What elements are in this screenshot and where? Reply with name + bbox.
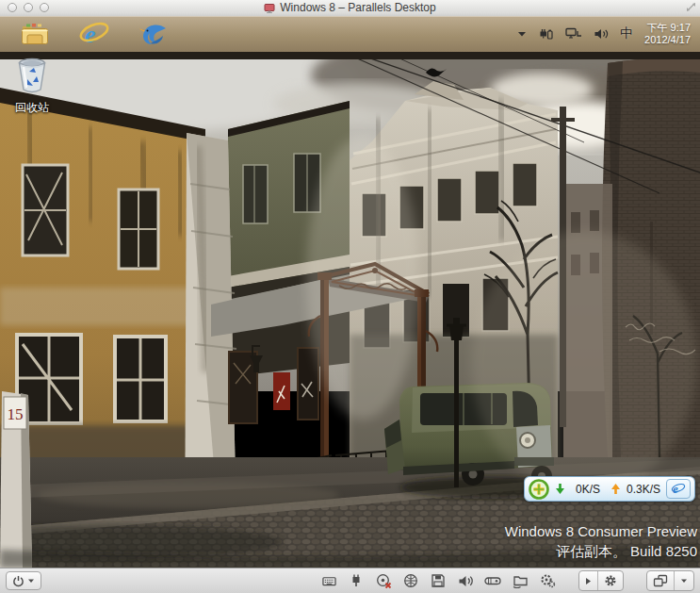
tray-time: 下午 9:17 — [644, 22, 691, 34]
traffic-lights — [8, 3, 49, 12]
taskbar-file-explorer-icon[interactable] — [19, 19, 51, 49]
window-title: Windows 8 – Parallels Desktop — [280, 0, 435, 16]
thunderbird-icon — [138, 21, 170, 47]
shared-applications-status-icon[interactable] — [539, 572, 556, 589]
power-tray-icon[interactable] — [538, 27, 554, 41]
watermark-line1: Windows 8 Consumer Preview — [505, 521, 697, 541]
hard-disk-status-icon[interactable] — [484, 572, 501, 589]
overlap-windows-icon — [653, 574, 668, 587]
power-button[interactable] — [6, 571, 41, 590]
taskbar-internet-explorer-icon[interactable]: e — [78, 19, 110, 49]
volume-icon[interactable] — [594, 27, 609, 41]
hidden-icons-chevron[interactable] — [517, 30, 527, 38]
titlebar[interactable]: Windows 8 – Parallels Desktop — [0, 0, 700, 17]
folder-icon — [20, 21, 50, 47]
parallels-statusbar — [0, 568, 700, 593]
ime-indicator[interactable]: 中 — [620, 25, 633, 42]
ie-icon: e — [671, 482, 686, 496]
sound-status-icon[interactable] — [457, 572, 474, 589]
floppy-status-icon[interactable] — [430, 572, 447, 589]
system-tray: 中 下午 9:17 2012/4/17 — [517, 16, 700, 52]
power-icon — [12, 575, 24, 587]
network-tray-icon[interactable] — [565, 27, 582, 41]
tray-date: 2012/4/17 — [644, 34, 691, 46]
settings-button-group — [578, 570, 624, 591]
tray-clock[interactable]: 下午 9:17 2012/4/17 — [644, 22, 691, 46]
recycle-bin-label: 回收站 — [6, 100, 58, 116]
view-dropdown-button[interactable] — [674, 571, 693, 590]
watermark-line2: 评估副本。 Build 8250 — [505, 541, 697, 561]
recycle-bin[interactable]: 回收站 — [6, 56, 58, 116]
cd-dvd-status-icon[interactable] — [375, 572, 392, 589]
view-mode-group — [646, 570, 694, 591]
upload-arrow-icon — [610, 483, 621, 495]
gear-icon — [604, 574, 617, 587]
close-button[interactable] — [8, 3, 17, 12]
parallels-window: Windows 8 – Parallels Desktop — [0, 0, 700, 593]
windows-watermark: Windows 8 Consumer Preview 评估副本。 Build 8… — [505, 521, 697, 561]
360-safe-icon[interactable] — [529, 479, 549, 500]
minimize-button[interactable] — [24, 3, 33, 12]
shared-folders-status-icon[interactable] — [512, 572, 529, 589]
widget-ie-button[interactable]: e — [666, 479, 691, 499]
network-status-icon[interactable] — [402, 572, 419, 589]
upload-speed: 0.3K/S — [627, 483, 660, 496]
windows-taskbar[interactable]: e — [0, 16, 700, 53]
chevron-down-icon — [680, 578, 688, 584]
settings-button[interactable] — [597, 571, 623, 590]
download-speed: 0K/S — [571, 483, 605, 496]
usb-status-icon[interactable] — [348, 572, 365, 589]
ie-icon: e — [78, 20, 110, 48]
address-sign-text: 15 — [8, 405, 24, 423]
vm-monitor-icon — [264, 3, 275, 14]
recycle-bin-icon — [14, 56, 50, 95]
keyboard-status-icon[interactable] — [320, 572, 337, 589]
desktop[interactable]: 15 — [0, 52, 700, 568]
expand-button[interactable] — [579, 571, 597, 590]
taskbar-thunderbird-icon[interactable] — [138, 19, 170, 49]
view-mode-button[interactable] — [647, 571, 674, 590]
zoom-button[interactable] — [40, 3, 49, 12]
svg-text:e: e — [673, 482, 678, 496]
net-speed-widget[interactable]: 0K/S 0.3K/S e — [524, 476, 695, 502]
download-arrow-icon — [555, 483, 565, 495]
power-dropdown-icon — [27, 578, 35, 584]
fullscreen-icon[interactable] — [686, 2, 696, 12]
